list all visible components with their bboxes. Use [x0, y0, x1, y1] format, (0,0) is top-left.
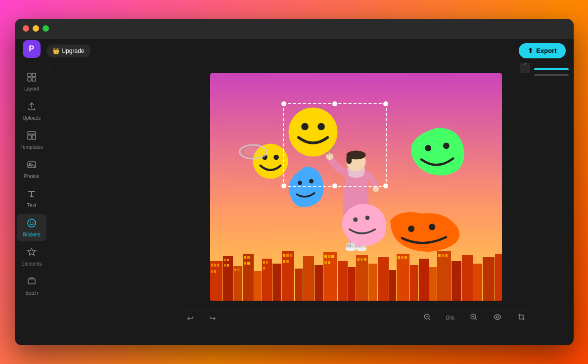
svg-rect-101	[429, 267, 437, 301]
crown-icon: 👑	[52, 47, 60, 54]
svg-rect-82	[328, 255, 330, 258]
svg-rect-85	[328, 261, 330, 264]
redo-button[interactable]: ↪	[205, 312, 220, 325]
smiley-orange[interactable]	[386, 206, 455, 251]
uploads-icon	[27, 101, 37, 114]
svg-rect-87	[348, 267, 356, 301]
elements-label: Elements	[21, 261, 42, 267]
svg-rect-1	[32, 73, 36, 77]
sidebar-item-templates[interactable]: Templates	[17, 127, 46, 154]
svg-rect-94	[389, 270, 396, 301]
svg-point-137	[298, 181, 302, 185]
svg-point-140	[429, 224, 435, 230]
minimize-dot	[33, 25, 39, 32]
app-logo: P	[23, 40, 41, 58]
sidebar-nav: Layout Uploads	[15, 63, 49, 73]
svg-rect-3	[32, 78, 36, 81]
svg-point-141	[353, 217, 358, 222]
batch-label: Batch	[25, 290, 38, 296]
zoom-in-button[interactable]	[466, 311, 482, 325]
svg-rect-79	[315, 265, 323, 301]
right-panel: 1080 x 1080 px	[529, 63, 574, 73]
svg-rect-102	[437, 251, 451, 301]
svg-rect-68	[266, 261, 268, 264]
svg-rect-110	[495, 254, 502, 301]
svg-rect-4	[28, 132, 36, 134]
svg-rect-76	[286, 260, 289, 263]
svg-rect-107	[462, 255, 473, 301]
templates-icon	[27, 131, 37, 143]
svg-rect-89	[357, 258, 360, 261]
layout-label: Layout	[24, 86, 39, 91]
svg-rect-6	[32, 135, 36, 139]
zoom-out-button[interactable]	[419, 311, 435, 325]
svg-point-144	[244, 147, 263, 157]
svg-rect-86	[338, 261, 348, 301]
svg-rect-77	[295, 269, 303, 301]
city-skyline	[210, 246, 502, 301]
thumbnail-2[interactable]: 1080 x 1080 px	[534, 74, 569, 76]
thumbnail-1[interactable]	[534, 68, 569, 70]
svg-rect-96	[398, 256, 400, 259]
svg-point-9	[30, 222, 31, 223]
svg-line-147	[429, 318, 430, 320]
browser-window: P 👑 Upgrade ⬆ Export	[15, 19, 574, 345]
svg-rect-54	[227, 259, 229, 261]
sidebar-item-uploads[interactable]: Uploads	[17, 97, 46, 125]
svg-rect-155	[551, 69, 564, 70]
smiley-pink[interactable]	[338, 202, 388, 246]
eye-button[interactable]	[490, 311, 505, 325]
upgrade-label: Upgrade	[62, 47, 85, 54]
sidebar-item-batch[interactable]: Batch	[17, 273, 46, 300]
svg-rect-61	[244, 256, 246, 259]
svg-rect-67	[263, 261, 265, 264]
sidebar-item-photos[interactable]: Photos	[17, 156, 46, 183]
svg-rect-7	[28, 162, 36, 168]
sidebar-item-stickers[interactable]: Stickers	[17, 214, 46, 241]
svg-rect-109	[483, 257, 495, 301]
svg-rect-58	[234, 269, 236, 271]
svg-rect-70	[272, 264, 281, 301]
ring-sticker[interactable]	[233, 137, 273, 169]
svg-rect-69	[263, 267, 265, 270]
svg-rect-103	[438, 254, 441, 257]
photos-icon	[27, 160, 37, 172]
canvas[interactable]	[210, 73, 502, 301]
elements-icon	[27, 247, 37, 260]
svg-rect-47	[211, 264, 213, 267]
crop-button[interactable]	[513, 311, 529, 325]
undo-button[interactable]: ↩	[183, 312, 197, 325]
sidebar-item-text[interactable]: Text	[17, 185, 46, 212]
svg-rect-83	[331, 255, 334, 258]
svg-rect-84	[324, 261, 327, 264]
svg-rect-154	[539, 68, 551, 69]
svg-point-142	[365, 216, 370, 220]
smiley-blue[interactable]	[286, 164, 325, 209]
smiley-green[interactable]	[407, 123, 467, 178]
smiley-yellow-main[interactable]	[286, 105, 340, 159]
svg-rect-106	[452, 261, 461, 301]
export-label: Export	[536, 47, 556, 54]
export-button[interactable]: ⬆ Export	[519, 43, 565, 58]
browser-titlebar	[15, 19, 574, 39]
templates-label: Templates	[20, 144, 43, 150]
sidebar-item-elements[interactable]: Elements	[17, 243, 46, 271]
svg-point-138	[309, 179, 314, 183]
upgrade-button[interactable]: 👑 Upgrade	[46, 45, 90, 57]
svg-rect-51	[214, 270, 216, 273]
sidebar-item-layout[interactable]: Layout	[17, 68, 46, 95]
svg-rect-57	[233, 266, 242, 301]
svg-rect-91	[364, 258, 366, 261]
svg-rect-72	[283, 254, 285, 257]
svg-point-134	[273, 155, 279, 160]
svg-rect-105	[445, 254, 448, 257]
svg-rect-80	[323, 252, 337, 301]
photos-label: Photos	[24, 174, 39, 179]
close-dot	[23, 25, 29, 32]
zoom-level: 0%	[443, 315, 458, 321]
svg-rect-59	[237, 269, 239, 271]
canvas-wrapper	[183, 63, 529, 311]
svg-rect-90	[361, 258, 363, 261]
text-label: Text	[27, 203, 36, 208]
top-bar: P 👑 Upgrade ⬆ Export	[15, 39, 574, 63]
